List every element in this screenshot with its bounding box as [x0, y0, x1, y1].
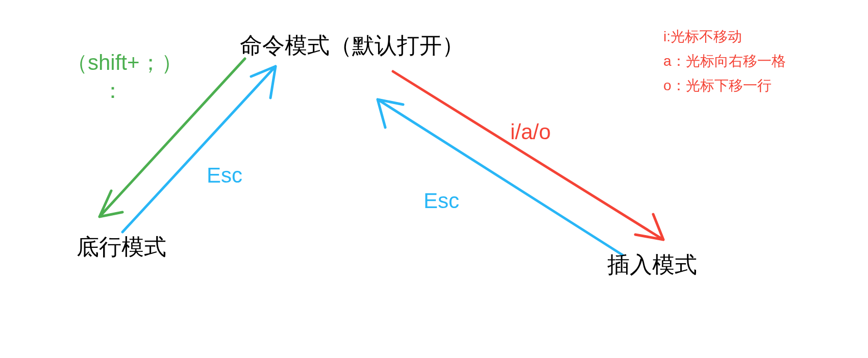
insert-mode-label: 插入模式 — [607, 250, 697, 280]
command-mode-label: 命令模式（默认打开） — [240, 31, 464, 61]
arrow-insert-to-command — [378, 99, 623, 255]
note-i: i:光标不移动 — [663, 25, 742, 48]
arrow-lastline-to-command — [122, 66, 276, 232]
arrow-command-to-insert — [393, 71, 663, 240]
note-a: a：光标向右移一格 — [663, 50, 786, 73]
last-line-mode-label: 底行模式 — [77, 232, 166, 262]
esc-left-label: Esc — [207, 163, 242, 188]
note-o: o：光标下移一行 — [663, 74, 772, 97]
esc-right-label: Esc — [424, 189, 459, 213]
shift-colon-label-line2: ： — [102, 76, 123, 105]
shift-colon-label-line1: （shift+；） — [66, 48, 183, 77]
iao-label: i/a/o — [510, 120, 551, 144]
